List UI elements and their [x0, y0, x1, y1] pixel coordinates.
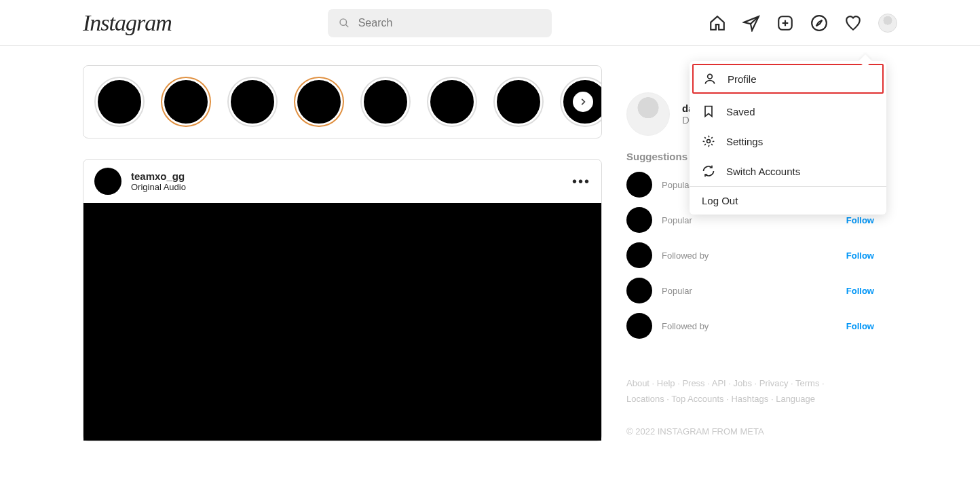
new-post-icon[interactable]	[776, 14, 794, 32]
follow-button[interactable]: Follow	[846, 286, 874, 296]
messages-icon[interactable]	[742, 14, 760, 32]
search-input[interactable]	[358, 17, 542, 29]
post-author-avatar[interactable]	[94, 168, 121, 195]
dropdown-settings[interactable]: Settings	[690, 126, 886, 156]
gear-icon	[702, 134, 715, 148]
story-item[interactable]	[495, 78, 542, 126]
story-item[interactable]	[162, 78, 210, 126]
bookmark-icon	[702, 105, 715, 118]
stories-next-button[interactable]	[573, 92, 593, 112]
footer-link-row[interactable]: About · Help · Press · API · Jobs · Priv…	[626, 378, 825, 388]
footer-link-row[interactable]: Locations · Top Accounts · Hashtags · La…	[626, 394, 815, 404]
post-audio-label[interactable]: Original Audio	[131, 182, 563, 192]
suggestion-reason: Popular	[662, 286, 837, 296]
footer-links: About · Help · Press · API · Jobs · Priv…	[626, 375, 874, 407]
svg-point-8	[708, 74, 713, 79]
dropdown-profile[interactable]: Profile	[692, 64, 884, 94]
chevron-right-icon	[578, 97, 588, 107]
svg-marker-7	[816, 20, 823, 26]
suggestion-reason: Followed by	[662, 251, 837, 261]
feed-column: teamxo_gg Original Audio •••	[83, 65, 602, 441]
stories-tray	[83, 65, 602, 138]
dropdown-switch[interactable]: Switch Accounts	[690, 156, 886, 186]
footer-copyright: © 2022 INSTAGRAM FROM META	[626, 426, 874, 437]
suggestion-reason: Popular	[662, 215, 837, 225]
suggestion-avatar[interactable]	[626, 242, 652, 268]
switch-icon	[702, 164, 715, 178]
dropdown-profile-label: Profile	[728, 73, 757, 85]
suggestion-row: Popular Follow	[626, 278, 874, 303]
sidebar-column: Profile Saved Settings Switch Accounts L…	[626, 65, 874, 441]
post-media[interactable]	[83, 203, 601, 441]
suggestion-avatar[interactable]	[626, 278, 652, 303]
dropdown-settings-label: Settings	[726, 136, 763, 147]
feed-post: teamxo_gg Original Audio •••	[83, 159, 602, 441]
svg-line-1	[346, 24, 349, 27]
top-nav: Instagram	[0, 0, 980, 46]
story-item[interactable]	[229, 78, 276, 126]
story-item[interactable]	[428, 78, 476, 126]
svg-point-0	[340, 18, 347, 25]
suggestion-avatar[interactable]	[626, 172, 652, 198]
suggestion-row: Followed by Follow	[626, 242, 874, 268]
dropdown-switch-label: Switch Accounts	[726, 166, 800, 177]
post-header: teamxo_gg Original Audio •••	[83, 160, 601, 203]
explore-icon[interactable]	[810, 14, 828, 32]
profile-avatar-nav[interactable]	[878, 14, 897, 33]
post-username[interactable]: teamxo_gg	[131, 170, 563, 182]
dropdown-saved-label: Saved	[726, 106, 755, 117]
search-icon	[339, 17, 350, 29]
post-more-button[interactable]: •••	[572, 174, 590, 189]
activity-icon[interactable]	[844, 14, 862, 32]
profile-dropdown: Profile Saved Settings Switch Accounts L…	[690, 61, 886, 215]
follow-button[interactable]: Follow	[846, 251, 874, 261]
instagram-logo[interactable]: Instagram	[83, 10, 172, 36]
profile-icon	[703, 72, 717, 86]
suggestion-avatar[interactable]	[626, 313, 652, 339]
suggestion-row: Followed by Follow	[626, 313, 874, 339]
story-item[interactable]	[362, 78, 409, 126]
dropdown-saved[interactable]: Saved	[690, 96, 886, 126]
svg-point-9	[707, 140, 711, 143]
suggestion-reason: Followed by	[662, 321, 837, 331]
nav-icons	[709, 14, 897, 33]
follow-button[interactable]: Follow	[846, 215, 874, 225]
svg-point-6	[812, 16, 827, 31]
follow-button[interactable]: Follow	[846, 321, 874, 331]
dropdown-logout[interactable]: Log Out	[690, 187, 886, 215]
suggestion-avatar[interactable]	[626, 207, 652, 233]
search-box[interactable]	[328, 9, 552, 37]
sidebar-user-avatar[interactable]	[626, 92, 670, 136]
story-item[interactable]	[96, 78, 143, 126]
dropdown-logout-label: Log Out	[702, 195, 738, 206]
story-item[interactable]	[295, 78, 343, 126]
home-icon[interactable]	[709, 14, 726, 32]
